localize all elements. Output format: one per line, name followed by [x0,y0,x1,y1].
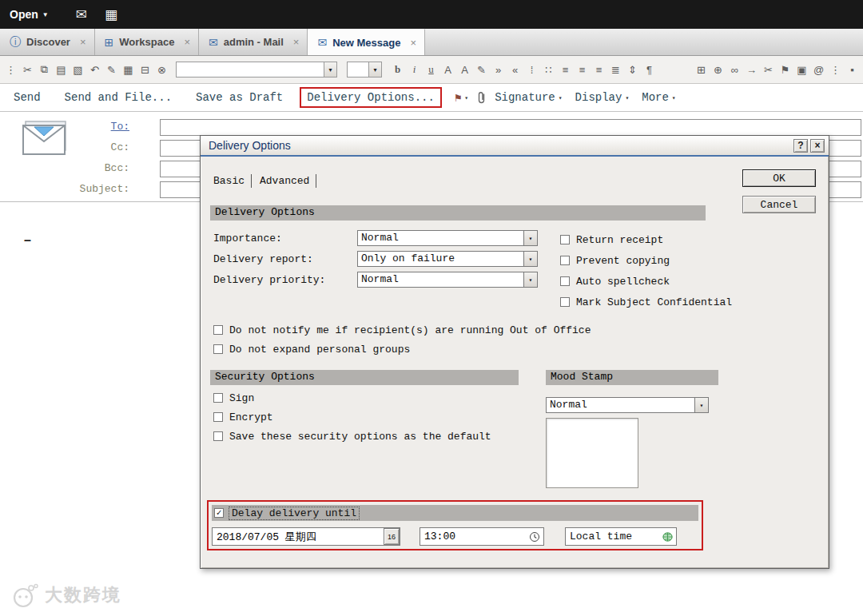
delay-time-field[interactable] [420,527,544,546]
follow-up-flag-button[interactable]: ⚑ ▾ [455,91,468,105]
text-color-icon[interactable]: A [440,61,455,78]
delay-time-input[interactable] [420,531,526,542]
auto-spellcheck-checkbox[interactable]: Auto spellcheck [560,273,732,289]
justify-icon[interactable]: ≣ [608,61,623,78]
signature-menu[interactable]: Signature ▾ [495,91,562,104]
table-icon[interactable]: ⊞ [694,61,709,78]
ok-button[interactable]: OK [742,169,816,187]
paragraph-style-icon[interactable]: ¶ [642,61,657,78]
delay-date-input[interactable] [213,531,384,542]
encrypt-checkbox[interactable]: Encrypt [213,409,491,425]
format-painter-icon[interactable]: ▧ [70,61,86,78]
dialog-tab-basic[interactable]: Basic [212,174,252,188]
object-icon[interactable]: @ [811,61,826,78]
mark-subject-confidential-checkbox[interactable]: Mark Subject Confidential [560,294,732,310]
mail-icon[interactable]: ✉ [76,6,87,23]
insert-image-icon[interactable]: ▦ [121,61,136,78]
delay-date-field[interactable]: 16 [212,527,400,546]
delivery-report-select[interactable]: Only on failure ▾ [357,251,538,267]
chevron-down-icon[interactable]: ▾ [694,398,708,412]
timezone-picker-button[interactable] [658,531,676,542]
chevron-down-icon[interactable]: ▾ [523,231,537,245]
tab-close-icon[interactable]: × [410,37,416,49]
sign-checkbox[interactable]: Sign [213,390,491,406]
tab-admin-mail[interactable]: ✉ admin - Mail × [199,29,308,55]
checkbox-icon[interactable] [560,256,570,265]
forward-arrow-icon[interactable]: → [744,61,759,78]
delivery-priority-select[interactable]: Normal ▾ [357,272,538,288]
flag-icon[interactable]: ⚑ [777,61,793,78]
checkbox-icon[interactable] [213,393,223,403]
checkbox-icon[interactable] [213,431,223,441]
prevent-copying-checkbox[interactable]: Prevent copying [560,252,732,268]
help-button[interactable]: ? [793,139,808,153]
stamp-icon[interactable]: ✂ [761,61,776,78]
chevron-down-icon[interactable]: ▾ [368,62,381,77]
font-family-combo[interactable]: ▾ [176,62,337,77]
mood-stamp-select[interactable]: Normal ▾ [546,397,709,413]
bold-icon[interactable]: b [390,61,405,78]
display-menu[interactable]: Display ▾ [575,91,630,104]
print-icon[interactable]: ⊟ [137,61,153,78]
chevron-down-icon[interactable]: ▾ [523,252,537,266]
cut-icon[interactable]: ✂ [20,61,35,78]
to-label[interactable]: To: [26,121,129,133]
paste-icon[interactable]: ▤ [54,61,69,78]
bullet-list-icon[interactable]: ∷ [541,61,556,78]
outdent-icon[interactable]: « [507,61,523,78]
indent-icon[interactable]: » [491,61,506,78]
date-picker-button[interactable]: 16 [384,528,400,545]
pencil-icon[interactable]: ✎ [474,61,489,78]
close-button[interactable]: × [810,139,825,153]
toolbar-handle-icon[interactable]: ⋮ [3,61,18,78]
permanent-pen-icon[interactable]: ✎ [104,61,119,78]
app-icon[interactable]: ▪ [845,61,860,78]
numbered-list-icon[interactable]: ⁞ [524,61,539,78]
checkbox-icon[interactable] [560,276,570,286]
checkbox-icon[interactable] [560,297,570,307]
align-center-icon[interactable]: ≡ [575,61,590,78]
checkbox-icon[interactable] [213,325,223,335]
tab-workspace[interactable]: ⊞ Workspace × [95,29,199,55]
no-out-of-office-notify-checkbox[interactable]: Do not notify me if recipient(s) are run… [213,322,591,338]
align-right-icon[interactable]: ≡ [591,61,606,78]
attach-file-button[interactable] [476,91,487,105]
undo-icon[interactable]: ↶ [87,61,102,78]
frame-icon[interactable]: ▣ [794,61,809,78]
font-size-combo[interactable]: ▾ [347,62,382,77]
cancel-button[interactable]: Cancel [742,196,816,213]
more-menu[interactable]: More ▾ [642,91,675,104]
return-receipt-checkbox[interactable]: Return receipt [560,232,732,248]
checkbox-icon[interactable]: ✓ [214,508,224,518]
highlighter-icon[interactable]: A [457,61,472,78]
tab-new-message[interactable]: ✉ New Message × [308,29,425,55]
attach-file-icon[interactable]: ⊕ [710,61,726,78]
time-picker-button[interactable] [526,531,543,542]
send-button[interactable]: Send [6,87,48,108]
calendar-icon[interactable]: ▦ [105,6,117,23]
delete-icon[interactable]: ⊗ [154,61,169,78]
italic-icon[interactable]: i [407,61,422,78]
tab-close-icon[interactable]: × [293,36,300,48]
checkbox-icon[interactable] [560,235,570,244]
align-left-icon[interactable]: ≡ [558,61,573,78]
tab-close-icon[interactable]: × [80,36,86,48]
to-field[interactable] [160,119,861,136]
delay-timezone-select[interactable]: Local time [565,527,677,546]
copy-icon[interactable]: ⧉ [37,61,52,78]
dialog-tab-advanced[interactable]: Advanced [258,174,316,188]
tab-close-icon[interactable]: × [184,36,190,48]
line-spacing-icon[interactable]: ⇕ [625,61,640,78]
checkbox-icon[interactable] [213,412,223,422]
chevron-down-icon[interactable]: ▾ [523,272,537,287]
save-security-default-checkbox[interactable]: Save these security options as the defau… [213,428,491,444]
checkbox-icon[interactable] [213,344,223,354]
delay-delivery-checkbox[interactable]: ✓ Delay delivery until [212,505,698,521]
chevron-down-icon[interactable]: ▾ [324,62,336,77]
delivery-options-button[interactable]: Delivery Options... [300,87,442,108]
overflow-menu-icon[interactable]: ⋮ [828,61,843,78]
dialog-titlebar[interactable]: Delivery Options ? × [201,136,829,157]
link-icon[interactable]: ∞ [727,61,742,78]
tab-discover[interactable]: ⓘ Discover × [0,29,95,55]
importance-select[interactable]: Normal ▾ [357,230,538,246]
